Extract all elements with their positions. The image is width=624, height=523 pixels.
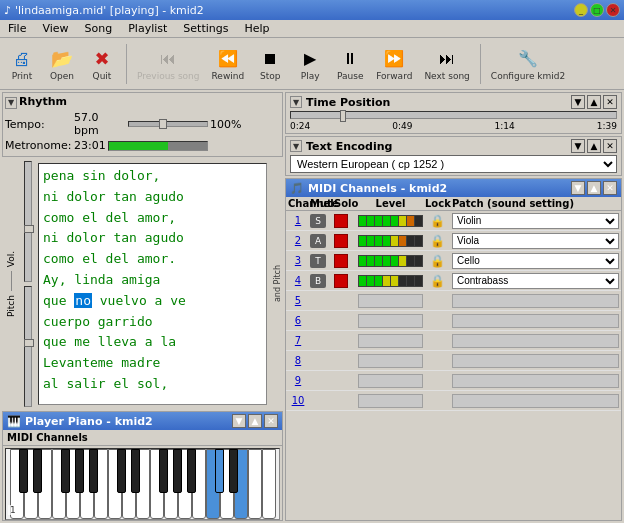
white-key-f3[interactable] xyxy=(248,449,262,519)
rhythm-collapse-button[interactable]: ▼ xyxy=(5,97,17,109)
title-bar-icon: ♪ xyxy=(4,4,11,17)
ch-mute-3[interactable] xyxy=(334,254,356,268)
text-encoding-controls[interactable]: ▼ ▲ ✕ xyxy=(571,139,617,153)
menu-help[interactable]: Help xyxy=(240,21,273,36)
text-enc-collapse-button[interactable]: ▼ xyxy=(290,140,302,152)
close-button[interactable]: ✕ xyxy=(606,3,620,17)
rewind-button[interactable]: ⏪ Rewind xyxy=(208,45,249,83)
text-enc-down-button[interactable]: ▼ xyxy=(571,139,585,153)
piano-down-button[interactable]: ▼ xyxy=(232,414,246,428)
patch-select-1[interactable]: Violin xyxy=(452,213,619,229)
lyrics-panel: pena sin dolor, ni dolor tan agudo como … xyxy=(38,163,267,405)
minimize-button[interactable]: _ xyxy=(574,3,588,17)
piano-up-button[interactable]: ▲ xyxy=(248,414,262,428)
ch-num-4[interactable]: 4 xyxy=(288,275,308,286)
black-key-gs2[interactable] xyxy=(173,449,182,493)
text-enc-up-button[interactable]: ▲ xyxy=(587,139,601,153)
black-key-as1[interactable] xyxy=(89,449,98,493)
text-enc-close-button[interactable]: ✕ xyxy=(603,139,617,153)
forward-button[interactable]: ⏩ Forward xyxy=(372,45,416,83)
ch-mute-2[interactable] xyxy=(334,234,356,248)
ch-mute-1[interactable] xyxy=(334,214,356,228)
next-label: Next song xyxy=(424,71,469,81)
time-pos-up-button[interactable]: ▲ xyxy=(587,95,601,109)
vol-slider[interactable] xyxy=(24,161,32,282)
time-pos-close-button[interactable]: ✕ xyxy=(603,95,617,109)
midi-ch-down-button[interactable]: ▼ xyxy=(571,181,585,195)
level-seg xyxy=(367,216,374,226)
tempo-slider-track[interactable] xyxy=(128,121,208,127)
maximize-button[interactable]: □ xyxy=(590,3,604,17)
menu-song[interactable]: Song xyxy=(81,21,117,36)
next-icon: ⏭ xyxy=(435,47,459,71)
play-button[interactable]: ▶ Play xyxy=(292,45,328,83)
black-key-gs1[interactable] xyxy=(75,449,84,493)
piano-title-controls[interactable]: ▼ ▲ ✕ xyxy=(232,414,278,428)
midi-icon: 🎵 xyxy=(290,182,304,195)
time-pos-down-button[interactable]: ▼ xyxy=(571,95,585,109)
tempo-slider-handle[interactable] xyxy=(159,119,167,129)
menu-playlist[interactable]: Playlist xyxy=(124,21,171,36)
black-key-as2[interactable] xyxy=(187,449,196,493)
lock-icon-1[interactable]: 🔒 xyxy=(425,214,450,228)
quit-button[interactable]: ✖ Quit xyxy=(84,45,120,83)
black-key-cs1[interactable] xyxy=(19,449,28,493)
level-seg xyxy=(407,236,414,246)
mute-btn-3[interactable] xyxy=(334,254,348,268)
lock-icon-3[interactable]: 🔒 xyxy=(425,254,450,268)
midi-ch-up-button[interactable]: ▲ xyxy=(587,181,601,195)
channel-row-8: 8 xyxy=(286,351,621,371)
midi-channels-controls[interactable]: ▼ ▲ ✕ xyxy=(571,181,617,195)
ch-num-9[interactable]: 9 xyxy=(288,375,308,386)
title-bar-controls[interactable]: _ □ ✕ xyxy=(574,3,620,17)
black-key-fs1[interactable] xyxy=(61,449,70,493)
midi-ch-close-button[interactable]: ✕ xyxy=(603,181,617,195)
stop-button[interactable]: ⏹ Stop xyxy=(252,45,288,83)
lock-icon-4[interactable]: 🔒 xyxy=(425,274,450,288)
patch-select-3[interactable]: Cello xyxy=(452,253,619,269)
ch-badge-t: T xyxy=(310,254,326,268)
ch-num-7[interactable]: 7 xyxy=(288,335,308,346)
mute-btn-4[interactable] xyxy=(334,274,348,288)
black-key-cs3[interactable] xyxy=(215,449,224,493)
ch-num-10[interactable]: 10 xyxy=(288,395,308,406)
black-key-ds1[interactable] xyxy=(33,449,42,493)
ch-num-2[interactable]: 2 xyxy=(288,235,308,246)
pitch-slider[interactable] xyxy=(24,286,32,407)
pitch-slider-thumb[interactable] xyxy=(24,339,34,347)
ch-num-3[interactable]: 3 xyxy=(288,255,308,266)
time-pos-collapse-button[interactable]: ▼ xyxy=(290,96,302,108)
pause-button[interactable]: ⏸ Pause xyxy=(332,45,368,83)
menu-settings[interactable]: Settings xyxy=(179,21,232,36)
configure-button[interactable]: 🔧 Configure kmid2 xyxy=(487,45,569,83)
prev-song-button[interactable]: ⏮ Previous song xyxy=(133,45,204,83)
time-position-slider[interactable] xyxy=(290,111,617,119)
ch-num-1[interactable]: 1 xyxy=(288,215,308,226)
piano-close-button[interactable]: ✕ xyxy=(264,414,278,428)
ch-num-5[interactable]: 5 xyxy=(288,295,308,306)
mute-btn-2[interactable] xyxy=(334,234,348,248)
encoding-select[interactable]: Western European ( cp 1252 ) UTF-8 Latin… xyxy=(290,155,617,173)
black-key-cs2[interactable] xyxy=(117,449,126,493)
time-slider-thumb[interactable] xyxy=(340,110,346,122)
ch-mute-4[interactable] xyxy=(334,274,356,288)
level-seg xyxy=(391,236,398,246)
ch-level-9 xyxy=(358,374,423,388)
white-key-g3[interactable] xyxy=(262,449,276,519)
patch-select-4[interactable]: Contrabass xyxy=(452,273,619,289)
lock-icon-2[interactable]: 🔒 xyxy=(425,234,450,248)
open-button[interactable]: 📂 Open xyxy=(44,45,80,83)
black-key-ds3[interactable] xyxy=(229,449,238,493)
vol-slider-thumb[interactable] xyxy=(24,225,34,233)
menu-file[interactable]: File xyxy=(4,21,30,36)
next-song-button[interactable]: ⏭ Next song xyxy=(420,45,473,83)
ch-num-6[interactable]: 6 xyxy=(288,315,308,326)
print-button[interactable]: 🖨 Print xyxy=(4,45,40,83)
ch-num-8[interactable]: 8 xyxy=(288,355,308,366)
menu-view[interactable]: View xyxy=(38,21,72,36)
black-key-fs2[interactable] xyxy=(159,449,168,493)
patch-select-2[interactable]: Viola xyxy=(452,233,619,249)
mute-btn-1[interactable] xyxy=(334,214,348,228)
black-key-ds2[interactable] xyxy=(131,449,140,493)
time-position-controls[interactable]: ▼ ▲ ✕ xyxy=(571,95,617,109)
